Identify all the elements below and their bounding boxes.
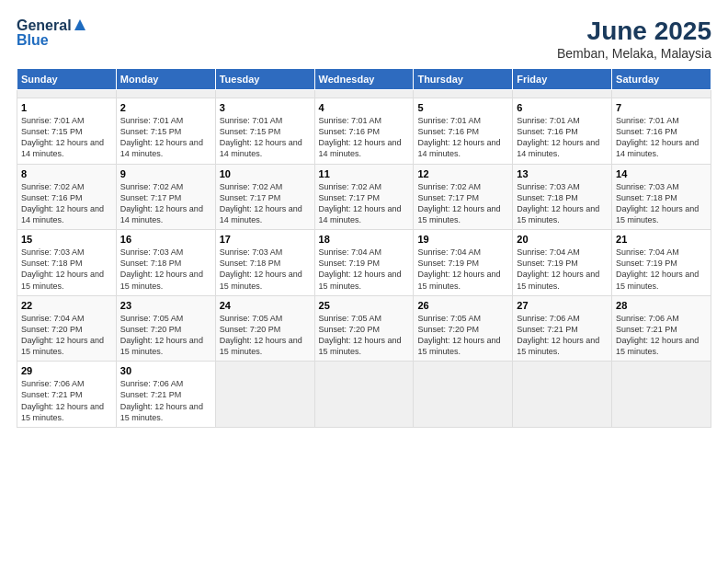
month-year: June 2025 <box>557 17 711 46</box>
calendar-day-28: 28Sunrise: 7:06 AMSunset: 7:21 PMDayligh… <box>612 295 711 362</box>
calendar-day-9: 9Sunrise: 7:02 AMSunset: 7:17 PMDaylight… <box>116 164 215 230</box>
day-number: 29 <box>21 365 112 376</box>
day-info: Sunrise: 7:04 AMSunset: 7:20 PMDaylight:… <box>21 313 112 358</box>
day-info: Sunrise: 7:02 AMSunset: 7:17 PMDaylight:… <box>417 181 508 226</box>
calendar-day-27: 27Sunrise: 7:06 AMSunset: 7:21 PMDayligh… <box>513 295 612 362</box>
day-info: Sunrise: 7:04 AMSunset: 7:19 PMDaylight:… <box>319 247 410 292</box>
day-info: Sunrise: 7:01 AMSunset: 7:16 PMDaylight:… <box>319 115 410 160</box>
calendar-day-17: 17Sunrise: 7:03 AMSunset: 7:18 PMDayligh… <box>215 230 314 296</box>
calendar-day-10: 10Sunrise: 7:02 AMSunset: 7:17 PMDayligh… <box>215 164 314 230</box>
calendar-empty-cell <box>612 362 711 428</box>
calendar-day-25: 25Sunrise: 7:05 AMSunset: 7:20 PMDayligh… <box>314 295 414 362</box>
day-info: Sunrise: 7:01 AMSunset: 7:15 PMDaylight:… <box>220 115 311 160</box>
logo-general: General <box>17 17 72 34</box>
day-number: 10 <box>220 168 311 179</box>
day-number: 14 <box>616 168 707 179</box>
day-number: 3 <box>220 102 311 113</box>
calendar-empty-cell <box>513 362 612 428</box>
calendar-header-thursday: Thursday <box>414 69 513 90</box>
day-info: Sunrise: 7:06 AMSunset: 7:21 PMDaylight:… <box>21 378 112 423</box>
calendar-day-26: 26Sunrise: 7:05 AMSunset: 7:20 PMDayligh… <box>414 295 513 362</box>
calendar-header-wednesday: Wednesday <box>314 69 414 90</box>
calendar-day-3: 3Sunrise: 7:01 AMSunset: 7:15 PMDaylight… <box>215 98 314 165</box>
day-number: 27 <box>517 300 608 311</box>
day-info: Sunrise: 7:01 AMSunset: 7:15 PMDaylight:… <box>21 115 112 160</box>
calendar-empty-cell <box>513 90 612 98</box>
calendar-day-18: 18Sunrise: 7:04 AMSunset: 7:19 PMDayligh… <box>314 230 414 296</box>
calendar-empty-cell <box>314 90 414 98</box>
day-number: 26 <box>417 300 508 311</box>
day-number: 24 <box>220 300 311 311</box>
day-info: Sunrise: 7:02 AMSunset: 7:17 PMDaylight:… <box>220 181 311 226</box>
day-number: 8 <box>21 168 112 179</box>
calendar-table: SundayMondayTuesdayWednesdayThursdayFrid… <box>17 68 711 428</box>
calendar-week-1: 1Sunrise: 7:01 AMSunset: 7:15 PMDaylight… <box>17 98 711 165</box>
calendar-day-15: 15Sunrise: 7:03 AMSunset: 7:18 PMDayligh… <box>17 230 117 296</box>
calendar-day-20: 20Sunrise: 7:04 AMSunset: 7:19 PMDayligh… <box>513 230 612 296</box>
calendar-day-12: 12Sunrise: 7:02 AMSunset: 7:17 PMDayligh… <box>414 164 513 230</box>
calendar-day-4: 4Sunrise: 7:01 AMSunset: 7:16 PMDaylight… <box>314 98 414 165</box>
calendar-header-monday: Monday <box>116 69 215 90</box>
calendar-empty-cell <box>314 362 414 428</box>
day-number: 7 <box>616 102 707 113</box>
calendar-day-14: 14Sunrise: 7:03 AMSunset: 7:18 PMDayligh… <box>612 164 711 230</box>
day-info: Sunrise: 7:02 AMSunset: 7:17 PMDaylight:… <box>319 181 410 226</box>
calendar-day-5: 5Sunrise: 7:01 AMSunset: 7:16 PMDaylight… <box>414 98 513 165</box>
day-number: 6 <box>517 102 608 113</box>
day-number: 17 <box>220 234 311 245</box>
title-block: June 2025 Bemban, Melaka, Malaysia <box>557 17 711 61</box>
calendar-empty-cell <box>612 90 711 98</box>
calendar-header-sunday: Sunday <box>17 69 117 90</box>
day-number: 19 <box>417 234 508 245</box>
calendar-header-saturday: Saturday <box>612 69 711 90</box>
day-info: Sunrise: 7:05 AMSunset: 7:20 PMDaylight:… <box>319 313 410 358</box>
page: General Blue June 2025 Bemban, Melaka, M… <box>0 0 728 563</box>
day-info: Sunrise: 7:03 AMSunset: 7:18 PMDaylight:… <box>120 247 211 292</box>
calendar-week-3: 15Sunrise: 7:03 AMSunset: 7:18 PMDayligh… <box>17 230 711 296</box>
day-info: Sunrise: 7:02 AMSunset: 7:16 PMDaylight:… <box>21 181 112 226</box>
calendar-empty-cell <box>414 362 513 428</box>
day-number: 18 <box>319 234 410 245</box>
calendar-day-1: 1Sunrise: 7:01 AMSunset: 7:15 PMDaylight… <box>17 98 117 165</box>
calendar-day-30: 30Sunrise: 7:06 AMSunset: 7:21 PMDayligh… <box>116 362 215 428</box>
calendar-day-29: 29Sunrise: 7:06 AMSunset: 7:21 PMDayligh… <box>17 362 117 428</box>
calendar-day-21: 21Sunrise: 7:04 AMSunset: 7:19 PMDayligh… <box>612 230 711 296</box>
day-number: 28 <box>616 300 707 311</box>
day-number: 9 <box>120 168 211 179</box>
day-number: 5 <box>417 102 508 113</box>
calendar-empty-cell <box>17 90 117 98</box>
calendar-empty-cell <box>215 90 314 98</box>
calendar-day-22: 22Sunrise: 7:04 AMSunset: 7:20 PMDayligh… <box>17 295 117 362</box>
header: General Blue June 2025 Bemban, Melaka, M… <box>17 17 711 61</box>
calendar-week-5: 29Sunrise: 7:06 AMSunset: 7:21 PMDayligh… <box>17 362 711 428</box>
day-number: 22 <box>21 300 112 311</box>
day-info: Sunrise: 7:06 AMSunset: 7:21 PMDaylight:… <box>517 313 608 358</box>
day-info: Sunrise: 7:03 AMSunset: 7:18 PMDaylight:… <box>517 181 608 226</box>
calendar-empty-cell <box>116 90 215 98</box>
calendar-day-23: 23Sunrise: 7:05 AMSunset: 7:20 PMDayligh… <box>116 295 215 362</box>
day-info: Sunrise: 7:01 AMSunset: 7:16 PMDaylight:… <box>417 115 508 160</box>
day-info: Sunrise: 7:03 AMSunset: 7:18 PMDaylight:… <box>616 181 707 226</box>
location: Bemban, Melaka, Malaysia <box>557 46 711 61</box>
calendar-day-8: 8Sunrise: 7:02 AMSunset: 7:16 PMDaylight… <box>17 164 117 230</box>
day-number: 1 <box>21 102 112 113</box>
svg-marker-0 <box>74 19 85 30</box>
day-info: Sunrise: 7:02 AMSunset: 7:17 PMDaylight:… <box>120 181 211 226</box>
day-number: 4 <box>319 102 410 113</box>
calendar-header-friday: Friday <box>513 69 612 90</box>
calendar-week-0 <box>17 90 711 98</box>
day-info: Sunrise: 7:03 AMSunset: 7:18 PMDaylight:… <box>21 247 112 292</box>
calendar-empty-cell <box>414 90 513 98</box>
day-number: 12 <box>417 168 508 179</box>
day-info: Sunrise: 7:03 AMSunset: 7:18 PMDaylight:… <box>220 247 311 292</box>
logo: General Blue <box>17 17 86 49</box>
day-number: 2 <box>120 102 211 113</box>
day-info: Sunrise: 7:01 AMSunset: 7:16 PMDaylight:… <box>616 115 707 160</box>
day-number: 25 <box>319 300 410 311</box>
day-info: Sunrise: 7:01 AMSunset: 7:16 PMDaylight:… <box>517 115 608 160</box>
day-info: Sunrise: 7:04 AMSunset: 7:19 PMDaylight:… <box>616 247 707 292</box>
calendar-day-19: 19Sunrise: 7:04 AMSunset: 7:19 PMDayligh… <box>414 230 513 296</box>
day-info: Sunrise: 7:06 AMSunset: 7:21 PMDaylight:… <box>616 313 707 358</box>
day-info: Sunrise: 7:04 AMSunset: 7:19 PMDaylight:… <box>417 247 508 292</box>
calendar-day-6: 6Sunrise: 7:01 AMSunset: 7:16 PMDaylight… <box>513 98 612 165</box>
